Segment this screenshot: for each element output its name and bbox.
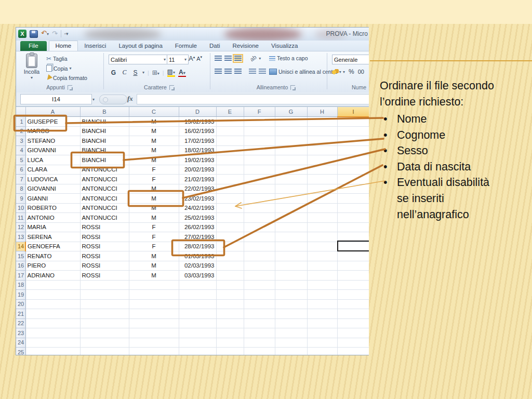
cell-E25[interactable] xyxy=(216,348,244,356)
underline-button[interactable]: S xyxy=(131,69,139,76)
cell-C16[interactable]: M xyxy=(129,261,179,271)
cell-E18[interactable] xyxy=(216,280,244,290)
row-header-20[interactable]: 20 xyxy=(16,299,25,309)
cell-G25[interactable] xyxy=(275,348,307,356)
row-header-16[interactable]: 16 xyxy=(16,261,25,271)
cell-A11[interactable]: ANTONIO xyxy=(25,213,80,223)
row-header-6[interactable]: 6 xyxy=(16,165,25,175)
cell-E20[interactable] xyxy=(216,299,244,309)
cell-H15[interactable] xyxy=(307,251,337,261)
row-header-23[interactable]: 23 xyxy=(16,328,25,338)
cell-E23[interactable] xyxy=(216,328,244,338)
ribbon-tab-inserisci[interactable]: Inserisci xyxy=(78,41,112,51)
format-painter-button[interactable]: Copia formato xyxy=(46,75,87,81)
cell-D25[interactable] xyxy=(179,348,216,356)
cell-I19[interactable] xyxy=(337,290,369,300)
cell-F12[interactable] xyxy=(244,222,275,232)
cell-F15[interactable] xyxy=(244,251,275,261)
row-header-17[interactable]: 17 xyxy=(16,271,25,281)
column-header-G[interactable]: G xyxy=(275,107,307,117)
cell-H2[interactable] xyxy=(307,126,337,136)
cell-I22[interactable] xyxy=(337,318,369,328)
wrap-text-button[interactable]: Testo a capo xyxy=(269,55,308,61)
cell-H22[interactable] xyxy=(307,318,337,328)
cell-E8[interactable] xyxy=(216,184,244,194)
cell-B20[interactable] xyxy=(80,299,129,309)
ribbon-tab-layout-di-pagina[interactable]: Layout di pagina xyxy=(112,41,168,51)
cell-C7[interactable]: F xyxy=(129,175,179,184)
cell-C22[interactable] xyxy=(129,318,179,328)
cell-I17[interactable] xyxy=(337,271,369,281)
cell-G21[interactable] xyxy=(275,309,307,319)
grow-font-button[interactable]: A▴ xyxy=(189,55,195,62)
cell-A15[interactable]: RENATO xyxy=(25,251,80,261)
cell-B25[interactable] xyxy=(80,348,129,356)
name-box[interactable]: I14 xyxy=(20,94,92,104)
cell-G20[interactable] xyxy=(275,299,307,309)
insert-function-icon[interactable]: fx xyxy=(127,95,133,103)
cell-G14[interactable] xyxy=(275,242,307,251)
row-header-22[interactable]: 22 xyxy=(16,318,25,328)
font-color-icon[interactable]: A▾ xyxy=(178,69,186,77)
cell-F4[interactable] xyxy=(244,145,275,155)
cell-I21[interactable] xyxy=(337,309,369,319)
percent-button[interactable]: % xyxy=(349,68,354,75)
cell-G9[interactable] xyxy=(275,194,307,204)
cell-D16[interactable]: 02/03/1993 xyxy=(179,261,216,271)
align-left-button[interactable] xyxy=(215,69,222,74)
cell-A10[interactable]: ROBERTO xyxy=(25,203,80,213)
cell-I25[interactable] xyxy=(337,348,369,356)
cell-H5[interactable] xyxy=(307,155,337,165)
cell-F2[interactable] xyxy=(244,126,275,136)
shrink-font-button[interactable]: A▾ xyxy=(196,55,202,62)
column-header-H[interactable]: H xyxy=(307,107,337,117)
cell-I11[interactable] xyxy=(337,213,369,223)
row-header-14[interactable]: 14 xyxy=(16,242,25,251)
cell-H11[interactable] xyxy=(307,213,337,223)
cell-I20[interactable] xyxy=(337,299,369,309)
cell-F11[interactable] xyxy=(244,213,275,223)
cell-B6[interactable]: ANTONUCCI xyxy=(80,165,129,175)
cell-G19[interactable] xyxy=(275,290,307,300)
cell-H7[interactable] xyxy=(307,175,337,184)
name-box-dropdown-arrow[interactable]: ▾ xyxy=(92,97,95,102)
cell-G15[interactable] xyxy=(275,251,307,261)
cell-E15[interactable] xyxy=(216,251,244,261)
cell-D22[interactable] xyxy=(179,318,216,328)
row-header-2[interactable]: 2 xyxy=(16,126,25,136)
cell-F14[interactable] xyxy=(244,242,275,251)
cell-G23[interactable] xyxy=(275,328,307,338)
ribbon-tab-home[interactable]: Home xyxy=(49,41,78,51)
cell-G8[interactable] xyxy=(275,184,307,194)
formula-input-field[interactable] xyxy=(137,94,369,104)
column-header-B[interactable]: B xyxy=(80,107,129,117)
currency-dropdown-arrow[interactable]: ▾ xyxy=(343,70,345,74)
ribbon-tab-revisione[interactable]: Revisione xyxy=(226,41,265,51)
align-bottom-button[interactable] xyxy=(234,56,242,61)
cell-B15[interactable]: ROSSI xyxy=(80,251,129,261)
cell-G6[interactable] xyxy=(275,165,307,175)
row-header-13[interactable]: 13 xyxy=(16,232,25,242)
align-top-button[interactable] xyxy=(215,56,222,61)
cell-A13[interactable]: SERENA xyxy=(25,232,80,242)
cell-D4[interactable]: 18/02/1993 xyxy=(179,145,216,155)
cell-G17[interactable] xyxy=(275,271,307,281)
cell-F7[interactable] xyxy=(244,175,275,184)
cell-H23[interactable] xyxy=(307,328,337,338)
italic-button[interactable]: C xyxy=(121,69,128,76)
increase-indent-button[interactable] xyxy=(259,69,266,74)
cell-H24[interactable] xyxy=(307,338,337,348)
font-name-select[interactable]: Calibri▾ xyxy=(109,55,168,64)
cell-D10[interactable]: 24/02/1993 xyxy=(179,203,216,213)
cell-E12[interactable] xyxy=(216,222,244,232)
cell-D15[interactable]: 01/03/1993 xyxy=(179,251,216,261)
cell-D21[interactable] xyxy=(179,309,216,319)
cell-A23[interactable] xyxy=(25,328,80,338)
cell-H25[interactable] xyxy=(307,348,337,356)
cell-F23[interactable] xyxy=(244,328,275,338)
cell-D5[interactable]: 19/02/1993 xyxy=(179,155,216,165)
row-header-1[interactable]: 1 xyxy=(16,117,25,127)
row-header-11[interactable]: 11 xyxy=(16,213,25,223)
worksheet-grid[interactable]: ABCDEFGHI1GIUSEPPEBIANCHIM15/02/19932MAR… xyxy=(16,107,369,355)
cell-D14[interactable]: 28/02/1993 xyxy=(179,242,216,251)
